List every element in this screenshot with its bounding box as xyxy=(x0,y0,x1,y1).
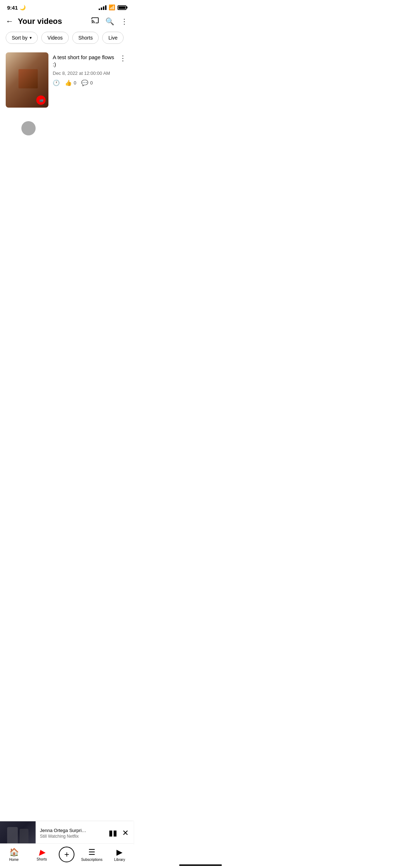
live-chip[interactable]: Live xyxy=(102,32,124,44)
likes-stat: 👍 0 xyxy=(65,79,76,86)
battery-icon xyxy=(118,5,126,10)
video-title[interactable]: A test short for page flows :) xyxy=(53,54,118,68)
table-row: 📹 A test short for page flows :) ⋮ Dec 8… xyxy=(6,50,128,110)
loading-spinner xyxy=(21,121,36,135)
status-bar: 9:41 🌙 📶 xyxy=(0,0,134,14)
search-button[interactable]: 🔍 xyxy=(105,17,114,26)
thumbs-up-icon: 👍 xyxy=(65,79,72,86)
shorts-badge: 📹 xyxy=(36,95,46,105)
comments-stat: 💬 0 xyxy=(81,79,93,86)
videos-chip[interactable]: Videos xyxy=(41,32,69,44)
more-options-button[interactable]: ⋮ xyxy=(121,17,128,26)
page-title: Your videos xyxy=(18,17,87,26)
header-actions: 🔍 ⋮ xyxy=(91,16,128,26)
chevron-down-icon: ▾ xyxy=(30,35,32,40)
sort-by-label: Sort by xyxy=(12,35,27,41)
signal-icon xyxy=(99,5,106,10)
sort-by-chip[interactable]: Sort by ▾ xyxy=(6,32,38,44)
status-time: 9:41 xyxy=(7,5,18,11)
wifi-icon: 📶 xyxy=(109,4,115,11)
shorts-chip[interactable]: Shorts xyxy=(72,32,99,44)
page-header: ← Your videos 🔍 ⋮ xyxy=(0,14,134,30)
live-label: Live xyxy=(108,35,118,41)
videos-label: Videos xyxy=(47,35,63,41)
back-button[interactable]: ← xyxy=(6,17,14,26)
loading-spinner-area xyxy=(0,110,134,146)
comments-count: 0 xyxy=(90,80,93,86)
comment-icon: 💬 xyxy=(81,79,88,86)
video-thumbnail[interactable]: 📹 xyxy=(6,52,48,108)
likes-count: 0 xyxy=(74,80,76,86)
moon-icon: 🌙 xyxy=(20,5,26,10)
clock-icon: 🕐 xyxy=(53,79,60,86)
watch-time-stat: 🕐 xyxy=(53,79,60,86)
filter-bar: Sort by ▾ Videos Shorts Live xyxy=(0,30,134,50)
cast-icon xyxy=(91,16,99,24)
video-list: 📹 A test short for page flows :) ⋮ Dec 8… xyxy=(0,50,134,110)
shorts-label: Shorts xyxy=(78,35,93,41)
status-icons: 📶 xyxy=(99,4,126,11)
video-stats: 🕐 👍 0 💬 0 xyxy=(53,79,128,86)
video-more-button[interactable]: ⋮ xyxy=(118,54,128,62)
video-date: Dec 8, 2022 at 12:00:00 AM xyxy=(53,71,128,76)
video-title-row: A test short for page flows :) ⋮ xyxy=(53,54,128,68)
cast-button[interactable] xyxy=(91,16,99,26)
video-info: A test short for page flows :) ⋮ Dec 8, … xyxy=(53,52,128,86)
